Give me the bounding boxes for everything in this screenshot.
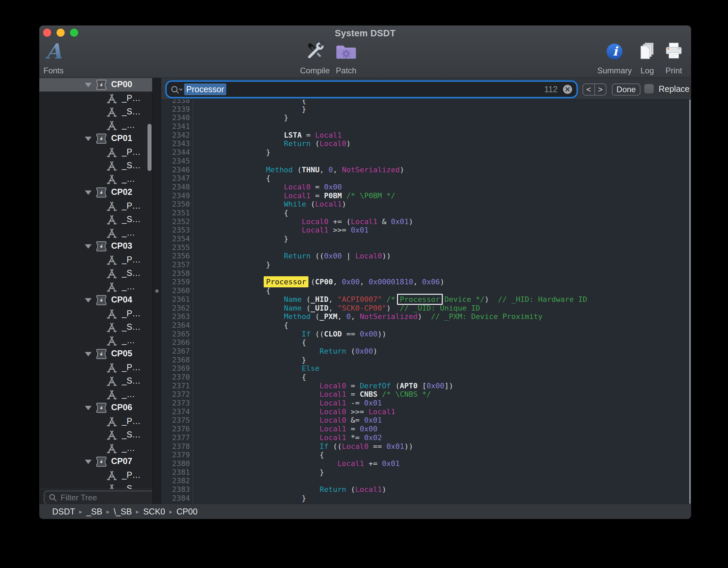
tree-child-item[interactable]: _… [39,388,152,401]
code-token: *= [346,433,364,442]
next-match-button[interactable]: > [595,84,606,95]
tree-child-label: _P… [122,362,141,372]
tree-child-item[interactable]: _P… [39,253,152,267]
tree-child-item[interactable]: _… [39,280,152,293]
tree-child-item[interactable]: _… [39,441,152,455]
line-number: 2342 [161,131,190,140]
code-token: ) [409,217,413,226]
tree-child-item[interactable]: _S… [39,213,152,226]
pane-splitter[interactable] [152,78,162,504]
sidebar-item-cp05[interactable]: CP05 [39,347,152,361]
line-number: 2353 [161,226,190,235]
code-token: )) [404,442,413,451]
line-number: 2361 [161,295,190,304]
line-number: 2378 [161,442,190,451]
tree-child-item[interactable]: _P… [39,468,152,482]
code-token: ) [440,278,444,286]
toolbar-item-log[interactable]: Log [634,38,661,77]
search-field[interactable]: Processor 112 ✕ [167,82,576,97]
sidebar-item-cp03[interactable]: CP03 [39,240,152,253]
fonts-a-icon: A [41,38,66,65]
tree-child-item[interactable]: _… [39,118,152,132]
breadcrumb-item[interactable]: _SB [87,507,102,517]
filter-tree-field[interactable] [44,491,155,504]
code-token: (( [310,252,324,260]
code-token: Local0 [320,416,346,424]
sidebar-item-cp07[interactable]: CP07 [39,455,152,468]
toolbar-item-fonts[interactable]: A Fonts [41,38,66,77]
tree-child-item[interactable]: _P… [39,361,152,374]
editor-scrollbar[interactable] [689,99,691,504]
code-line: 2340} [161,113,691,122]
sidebar-item-cp02[interactable]: CP02 [39,186,152,199]
replace-checkbox[interactable] [644,84,654,94]
tree-child-item[interactable]: _P… [39,92,152,105]
sidebar-item-cp06[interactable]: CP06 [39,401,152,415]
sidebar-scrollbar-thumb[interactable] [147,124,152,171]
disclosure-triangle-icon[interactable] [85,83,92,87]
code-token: Local1 [369,407,395,416]
toolbar-label: Log [634,66,661,75]
line-number: 2355 [161,243,190,252]
line-number: 2360 [161,286,190,295]
tree-child-item[interactable]: _P… [39,307,152,320]
breadcrumb-separator-icon: ▸ [106,508,110,516]
breadcrumb-item[interactable]: DSDT [52,507,75,517]
tree-child-item[interactable]: _S… [39,320,152,334]
splitter-handle-icon[interactable] [155,289,159,293]
method-icon [106,416,117,428]
scope-icon [96,187,107,199]
tree-child-item[interactable]: _S… [39,105,152,118]
sidebar-item-cp00[interactable]: CP00 [39,78,152,92]
disclosure-triangle-icon[interactable] [85,190,92,195]
tree-child-item[interactable]: _… [39,172,152,186]
code-token: >>= [328,226,351,234]
tree-child-item[interactable]: _P… [39,199,152,213]
disclosure-triangle-icon[interactable] [85,244,92,249]
disclosure-triangle-icon[interactable] [85,352,92,356]
code-text: } [193,235,288,243]
tree-child-label: _P… [122,416,141,426]
filter-tree-input[interactable] [60,493,152,503]
code-text: Local0 = DerefOf (APT0 [0x00]) [193,382,453,390]
code-line: 2376Local1 = 0x00 [161,425,691,433]
tree-child-item[interactable]: _S… [39,482,152,489]
disclosure-triangle-icon[interactable] [85,406,92,410]
tree-child-item[interactable]: _P… [39,415,152,428]
breadcrumb-item[interactable]: SCK0 [143,507,165,517]
tree-child-item[interactable]: _P… [39,145,152,159]
code-token: _PXM [320,312,337,321]
line-number: 2383 [161,485,190,494]
method-icon [106,255,117,267]
search-menu-icon[interactable] [171,85,182,95]
previous-match-button[interactable]: < [583,84,595,95]
code-editor[interactable]: 2338{2339}2340}23412342LSTA = Local12343… [161,78,691,504]
toolbar-item-compile[interactable]: Compile [298,38,332,77]
breadcrumb-item[interactable]: CP00 [176,507,198,517]
disclosure-triangle-icon[interactable] [85,137,92,141]
search-query[interactable]: Processor [184,83,226,95]
code-text: Local1 += 0x01 [193,459,400,468]
tree-group-label: CP01 [111,133,132,143]
code-line: 2358 [161,269,691,278]
disclosure-triangle-icon[interactable] [85,298,92,303]
breadcrumb-item[interactable]: \_SB [113,507,132,517]
toolbar-item-patch[interactable]: Patch [331,38,361,77]
code-token: , [328,304,337,312]
code-line: 2346Method (THNU, 0, NotSerialized) [161,166,691,174]
done-button[interactable]: Done [612,83,640,96]
tree-child-item[interactable]: _S… [39,267,152,280]
tree-child-item[interactable]: _S… [39,374,152,388]
disclosure-triangle-icon[interactable] [85,460,92,464]
clear-search-icon[interactable]: ✕ [563,85,572,94]
sidebar-item-cp01[interactable]: CP01 [39,132,152,145]
line-number: 2358 [161,269,190,278]
tree-child-item[interactable]: _… [39,226,152,240]
toolbar-item-summary[interactable]: i Summary [594,38,635,77]
toolbar-item-print[interactable]: Print [660,38,687,77]
line-number: 2380 [161,459,190,468]
tree-child-item[interactable]: _S… [39,159,152,172]
tree-child-item[interactable]: _S… [39,428,152,441]
sidebar-item-cp04[interactable]: CP04 [39,293,152,307]
tree-child-item[interactable]: _… [39,334,152,347]
